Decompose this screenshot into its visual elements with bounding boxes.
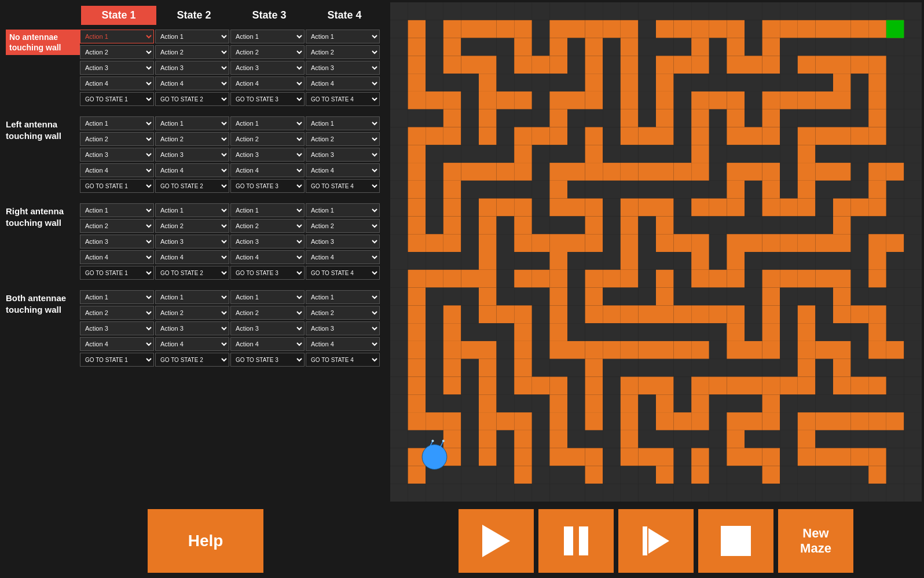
select-s1-r3-no-antennae[interactable]: Action 3Action 1Action 2Action 4 [80,61,154,75]
select-s4-r2-left[interactable]: Action 2Action 1Action 3Action 4 [306,132,380,146]
select-s4-r3-left[interactable]: Action 3Action 1Action 2Action 4 [306,148,380,162]
select-s2-goto-both[interactable]: GO TO STATE 2GO TO STATE 1GO TO STATE 3G… [155,353,229,367]
select-s3-r2-both[interactable]: Action 2Action 1Action 3Action 4 [230,306,305,320]
select-s2-r4-left[interactable]: Action 4Action 1Action 2Action 3 [155,163,229,177]
select-s1-r4-no-antennae[interactable]: Action 4Action 1Action 2Action 3 [80,76,154,90]
select-s4-r2-no-antennae[interactable]: Action 2Action 1Action 3Action 4 [306,45,380,59]
select-s4-r1-right[interactable]: Action 1Action 2Action 3Action 4 [306,203,380,217]
select-s2-r1-right[interactable]: Action 1Action 2Action 3Action 4 [155,203,229,217]
select-s1-goto-both[interactable]: GO TO STATE 1GO TO STATE 2GO TO STATE 3G… [80,353,154,367]
select-s3-r4-left[interactable]: Action 4Action 1Action 2Action 3 [230,163,305,177]
select-s3-r4-right[interactable]: Action 4Action 1Action 2Action 3 [230,250,305,264]
select-s4-r4-no-antennae[interactable]: Action 4Action 1Action 2Action 3 [306,76,380,90]
select-s3-r2-left[interactable]: Action 2Action 1Action 3Action 4 [230,132,305,146]
select-s3-r2-right[interactable]: Action 2Action 1Action 3Action 4 [230,219,305,233]
play-button[interactable] [459,509,534,573]
new-maze-label: NewMaze [800,526,831,557]
state-header-2[interactable]: State 2 [156,6,232,25]
select-s1-r2-right[interactable]: Action 2Action 1Action 3Action 4 [80,219,154,233]
select-s2-r4-no-antennae[interactable]: Action 4Action 1Action 2Action 3 [155,76,229,90]
state-header-3[interactable]: State 3 [232,6,307,25]
select-s1-goto-left[interactable]: GO TO STATE 1GO TO STATE 2GO TO STATE 3G… [80,179,154,193]
dropdowns-right-antenna: Action 1Action 2Action 3Action 4 Action … [80,203,380,280]
select-s2-r1-both[interactable]: Action 1Action 2Action 3Action 4 [155,290,229,304]
select-s1-r1-both[interactable]: Action 1Action 2Action 3Action 4 [80,290,154,304]
select-s2-r1-left[interactable]: Action 1Action 2Action 3Action 4 [155,116,229,130]
select-s1-r3-right[interactable]: Action 3Action 1Action 2Action 4 [80,235,154,248]
select-s2-r3-right[interactable]: Action 3Action 1Action 2Action 4 [155,235,229,248]
stop-icon [721,526,751,556]
select-s4-goto-left[interactable]: GO TO STATE 4GO TO STATE 1GO TO STATE 2G… [306,179,380,193]
select-s2-r3-left[interactable]: Action 3Action 1Action 2Action 4 [155,148,229,162]
select-s3-goto-left[interactable]: GO TO STATE 3GO TO STATE 1GO TO STATE 2G… [230,179,305,193]
select-s2-goto-right[interactable]: GO TO STATE 2GO TO STATE 1GO TO STATE 3G… [155,266,229,280]
select-s3-r1-no-antennae[interactable]: Action 1Action 2Action 3Action 4 [230,30,305,43]
maze-canvas [390,2,922,502]
select-s4-goto-no-antennae[interactable]: GO TO STATE 4GO TO STATE 1GO TO STATE 2G… [306,92,380,106]
select-s3-r3-both[interactable]: Action 3Action 1Action 2Action 4 [230,321,305,335]
select-s1-r2-no-antennae[interactable]: Action 2Action 1Action 3Action 4 [80,45,154,59]
select-s4-r2-both[interactable]: Action 2Action 1Action 3Action 4 [306,306,380,320]
bottom-right: NewMaze [399,509,912,573]
select-s1-r2-left[interactable]: Action 2Action 1Action 3Action 4 [80,132,154,146]
state-col-2-left: Action 1Action 2Action 3Action 4 Action … [155,116,229,193]
select-s2-goto-no-antennae[interactable]: GO TO STATE 2GO TO STATE 1GO TO STATE 3G… [155,92,229,106]
select-s3-goto-right[interactable]: GO TO STATE 3GO TO STATE 1GO TO STATE 2G… [230,266,305,280]
select-s1-r4-right[interactable]: Action 4Action 1Action 2Action 3 [80,250,154,264]
state-header-4[interactable]: State 4 [307,6,382,25]
select-s3-r3-no-antennae[interactable]: Action 3Action 1Action 2Action 4 [230,61,305,75]
select-s4-r1-no-antennae[interactable]: Action 1Action 2Action 3Action 4 [306,30,380,43]
help-button[interactable]: Help [148,509,263,573]
select-s3-r3-left[interactable]: Action 3Action 1Action 2Action 4 [230,148,305,162]
pause-button[interactable] [538,509,614,573]
select-s3-r1-left[interactable]: Action 1Action 2Action 3Action 4 [230,116,305,130]
select-s2-r2-both[interactable]: Action 2Action 1Action 3Action 4 [155,306,229,320]
select-s1-goto-right[interactable]: GO TO STATE 1GO TO STATE 2GO TO STATE 3G… [80,266,154,280]
select-s1-r1-no-antennae[interactable]: Action 1Action 2Action 3Action 4 [80,30,154,43]
select-s3-r3-right[interactable]: Action 3Action 1Action 2Action 4 [230,235,305,248]
select-s2-r1-no-antennae[interactable]: Action 1Action 2Action 3Action 4 [155,30,229,43]
select-s1-goto-no-antennae[interactable]: GO TO STATE 1GO TO STATE 2GO TO STATE 3G… [80,92,154,106]
select-s4-goto-both[interactable]: GO TO STATE 4GO TO STATE 1GO TO STATE 2G… [306,353,380,367]
select-s1-r4-both[interactable]: Action 4Action 1Action 2Action 3 [80,337,154,351]
select-s4-r1-left[interactable]: Action 1Action 2Action 3Action 4 [306,116,380,130]
select-s2-goto-left[interactable]: GO TO STATE 2GO TO STATE 1GO TO STATE 3G… [155,179,229,193]
select-s2-r2-no-antennae[interactable]: Action 2Action 1Action 3Action 4 [155,45,229,59]
bottom-left: Help [12,509,399,573]
select-s2-r2-left[interactable]: Action 2Action 1Action 3Action 4 [155,132,229,146]
select-s2-r3-both[interactable]: Action 3Action 1Action 2Action 4 [155,321,229,335]
select-s1-r2-both[interactable]: Action 2Action 1Action 3Action 4 [80,306,154,320]
select-s2-r4-both[interactable]: Action 4Action 1Action 2Action 3 [155,337,229,351]
dropdowns-both-antennae: Action 1Action 2Action 3Action 4 Action … [80,290,380,367]
step-button[interactable] [618,509,694,573]
select-s4-r1-both[interactable]: Action 1Action 2Action 3Action 4 [306,290,380,304]
select-s3-r4-both[interactable]: Action 4Action 1Action 2Action 3 [230,337,305,351]
select-s2-r3-no-antennae[interactable]: Action 3Action 1Action 2Action 4 [155,61,229,75]
stop-button[interactable] [698,509,773,573]
select-s4-r4-left[interactable]: Action 4Action 1Action 2Action 3 [306,163,380,177]
select-s1-r1-right[interactable]: Action 1Action 2Action 3Action 4 [80,203,154,217]
select-s3-r4-no-antennae[interactable]: Action 4Action 1Action 2Action 3 [230,76,305,90]
select-s3-r1-both[interactable]: Action 1Action 2Action 3Action 4 [230,290,305,304]
select-s2-r2-right[interactable]: Action 2Action 1Action 3Action 4 [155,219,229,233]
section-both-antennae: Both antennae touching wall Action 1Acti… [6,290,382,367]
select-s3-r2-no-antennae[interactable]: Action 2Action 1Action 3Action 4 [230,45,305,59]
select-s4-goto-right[interactable]: GO TO STATE 4GO TO STATE 1GO TO STATE 2G… [306,266,380,280]
new-maze-button[interactable]: NewMaze [778,509,853,573]
select-s4-r3-no-antennae[interactable]: Action 3Action 1Action 2Action 4 [306,61,380,75]
select-s4-r3-both[interactable]: Action 3Action 1Action 2Action 4 [306,321,380,335]
select-s4-r4-right[interactable]: Action 4Action 1Action 2Action 3 [306,250,380,264]
select-s1-r3-both[interactable]: Action 3Action 1Action 2Action 4 [80,321,154,335]
select-s3-r1-right[interactable]: Action 1Action 2Action 3Action 4 [230,203,305,217]
select-s4-r2-right[interactable]: Action 2Action 1Action 3Action 4 [306,219,380,233]
select-s2-r4-right[interactable]: Action 4Action 1Action 2Action 3 [155,250,229,264]
select-s1-r1-left[interactable]: Action 1Action 2Action 3Action 4 [80,116,154,130]
select-s3-goto-both[interactable]: GO TO STATE 3GO TO STATE 1GO TO STATE 2G… [230,353,305,367]
select-s3-goto-no-antennae[interactable]: GO TO STATE 3GO TO STATE 1GO TO STATE 2G… [230,92,305,106]
select-s1-r4-left[interactable]: Action 4Action 1Action 2Action 3 [80,163,154,177]
select-s4-r4-both[interactable]: Action 4Action 1Action 2Action 3 [306,337,380,351]
state-header-1[interactable]: State 1 [81,6,156,25]
select-s1-r3-left[interactable]: Action 3Action 1Action 2Action 4 [80,148,154,162]
select-s4-r3-right[interactable]: Action 3Action 1Action 2Action 4 [306,235,380,248]
help-label: Help [188,532,223,550]
